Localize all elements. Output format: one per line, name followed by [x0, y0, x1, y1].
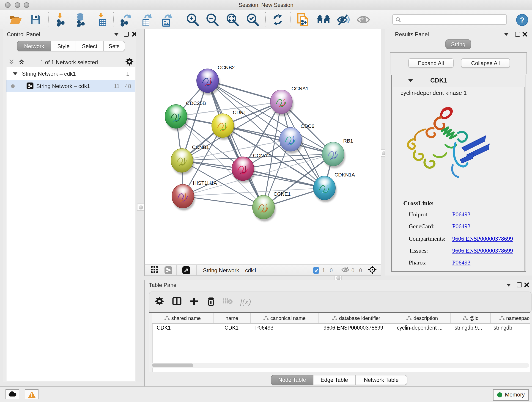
- node-label-CDC25B: CDC25B: [186, 100, 206, 106]
- control-panel-menu-icon[interactable]: [114, 33, 119, 36]
- delete-column-icon[interactable]: [207, 296, 215, 308]
- result-entry-cdk1: CDK1 cyclin-dependent kinase 1: [391, 75, 526, 272]
- network-view-toolbar: String Network – cdk1 1 - 0 0 - 0: [144, 264, 381, 276]
- result-entry-header[interactable]: CDK1: [392, 75, 526, 86]
- results-panel-splitter[interactable]: [380, 29, 386, 275]
- splitter-handle[interactable]: [137, 204, 144, 211]
- table-panel-float-icon[interactable]: [517, 282, 522, 287]
- table-toolbar: f(x): [149, 292, 532, 313]
- window-title: Session: New Session: [0, 2, 532, 8]
- results-panel-close-icon[interactable]: [522, 32, 527, 37]
- network-collection-row[interactable]: String Network – cdk1 1: [6, 67, 135, 80]
- import-table-icon[interactable]: [94, 13, 110, 27]
- toolbar-divider: [113, 12, 114, 27]
- col-id[interactable]: @id: [451, 313, 491, 323]
- node-RB1[interactable]: RB1: [322, 138, 353, 168]
- clone-network-icon[interactable]: [295, 13, 311, 27]
- node-CCNB2[interactable]: CCNB2: [196, 65, 235, 95]
- open-session-icon[interactable]: [8, 13, 23, 27]
- pharos-link[interactable]: P06493: [452, 259, 470, 266]
- tab-network[interactable]: Network: [17, 41, 51, 51]
- col-description[interactable]: description: [394, 313, 451, 323]
- control-panel-float-icon[interactable]: [124, 32, 129, 37]
- svg-text:?: ?: [520, 16, 524, 24]
- help-icon[interactable]: ?: [514, 13, 530, 27]
- import-network-from-database-icon[interactable]: [73, 13, 89, 27]
- col-name[interactable]: name: [214, 313, 251, 323]
- compartments-link[interactable]: 9606.ENSP00000378699: [452, 235, 513, 242]
- tab-network-table[interactable]: Network Table: [355, 375, 407, 385]
- col-canonical-name[interactable]: canonical name: [251, 313, 319, 323]
- table-gear-icon[interactable]: [155, 297, 164, 307]
- network-row[interactable]: String Network – cdk1 11 48: [6, 80, 135, 92]
- shared-column-icon: [407, 316, 412, 320]
- table-panel-menu-icon[interactable]: [506, 284, 511, 287]
- genecard-link[interactable]: P06493: [452, 223, 470, 230]
- current-network-dot: [11, 84, 15, 88]
- col-database-identifier[interactable]: database identifier: [319, 313, 394, 323]
- network-canvas[interactable]: CCNB2CCNA1CDC25BCDK1CDC6RB1CCNB1CCNA2CDK…: [144, 29, 381, 264]
- hide-selected-icon[interactable]: [336, 13, 351, 27]
- table-horizontal-scrollbar[interactable]: [150, 363, 529, 368]
- node-CDC25B[interactable]: CDC25B: [165, 100, 206, 131]
- entry-collapse-icon[interactable]: [408, 79, 413, 82]
- search-field: [392, 14, 507, 25]
- grid-view-icon[interactable]: [151, 266, 158, 274]
- export-network-icon[interactable]: [118, 13, 133, 27]
- add-column-icon[interactable]: [190, 297, 198, 307]
- node-CDK1[interactable]: CDK1: [212, 109, 246, 140]
- node-CCNA1[interactable]: CCNA1: [270, 86, 309, 116]
- tab-string[interactable]: String: [445, 39, 471, 49]
- tab-select[interactable]: Select: [76, 41, 104, 51]
- node-CDKN1A[interactable]: CDKN1A: [313, 172, 355, 202]
- hidden-eye-icon[interactable]: [341, 267, 349, 274]
- tissues-link[interactable]: 9606.ENSP00000378699: [452, 247, 513, 254]
- selected-checkbox-icon[interactable]: [313, 267, 319, 274]
- network-view-icon[interactable]: [165, 266, 172, 274]
- col-shared-name[interactable]: shared name: [152, 313, 214, 323]
- search-input[interactable]: [403, 16, 506, 23]
- results-panel-menu-icon[interactable]: [504, 33, 509, 36]
- node-label-CCNA1: CCNA1: [291, 86, 309, 91]
- birds-eye-view-icon[interactable]: [182, 266, 190, 274]
- tab-sets[interactable]: Sets: [104, 41, 125, 51]
- first-neighbors-icon[interactable]: [316, 13, 331, 27]
- expand-all-button[interactable]: Expand All: [408, 58, 454, 68]
- collapse-all-button[interactable]: Collapse All: [461, 58, 510, 68]
- cloud-status-button[interactable]: [6, 389, 19, 399]
- fit-selected-crosshair-icon[interactable]: [368, 265, 377, 275]
- network-graph[interactable]: CCNB2CCNA1CDC25BCDK1CDC6RB1CCNB1CCNA2CDK…: [145, 29, 381, 264]
- node-label-CCNE1: CCNE1: [273, 191, 291, 197]
- node-label-RB1: RB1: [343, 138, 353, 144]
- function-builder-icon[interactable]: f(x): [240, 298, 251, 307]
- zoom-in-icon[interactable]: [185, 13, 200, 27]
- results-panel-float-icon[interactable]: [515, 32, 520, 37]
- export-image-icon[interactable]: [158, 13, 174, 27]
- save-session-icon[interactable]: [28, 13, 44, 27]
- cytoscape-window: Session: New Session: [0, 0, 532, 402]
- show-all-icon[interactable]: [355, 13, 371, 27]
- tab-edge-table[interactable]: Edge Table: [313, 375, 355, 385]
- export-table-icon[interactable]: [138, 13, 154, 27]
- node-CDC6[interactable]: CDC6: [279, 123, 314, 153]
- import-network-icon[interactable]: [54, 13, 70, 27]
- memory-button[interactable]: Memory: [493, 389, 529, 400]
- refresh-icon[interactable]: [270, 13, 285, 27]
- zoom-selected-icon[interactable]: [245, 13, 260, 27]
- collection-expand-icon[interactable]: [13, 72, 17, 75]
- zoom-out-icon[interactable]: [204, 13, 220, 27]
- network-options-gear-icon[interactable]: [125, 57, 134, 68]
- tab-style[interactable]: Style: [51, 41, 76, 51]
- tab-node-table[interactable]: Node Table: [271, 375, 313, 385]
- delete-table-icon[interactable]: [223, 298, 233, 307]
- warnings-button[interactable]: [25, 389, 38, 399]
- uniprot-link[interactable]: P06493: [452, 211, 470, 218]
- table-row[interactable]: CDK1 CDK1 P06493 9606.ENSP00000378699 cy…: [152, 323, 530, 332]
- show-columns-icon[interactable]: [172, 297, 181, 307]
- control-panel-splitter[interactable]: [136, 29, 145, 382]
- node-HIST1H1A[interactable]: HIST1H1A: [172, 180, 217, 211]
- col-namespace[interactable]: namespace: [491, 313, 530, 323]
- zoom-fit-icon[interactable]: [225, 13, 240, 27]
- shared-column-icon: [462, 316, 468, 320]
- table-panel-close-icon[interactable]: [524, 282, 529, 287]
